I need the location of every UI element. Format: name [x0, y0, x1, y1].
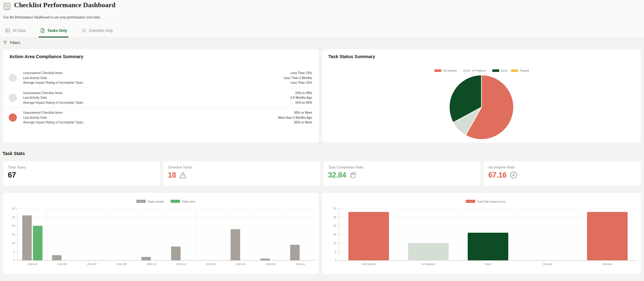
- tasks-created-done-bar-chart: 0510152025302024-032024-052024-072024-08…: [3, 193, 319, 274]
- svg-text:15: 15: [334, 233, 337, 236]
- svg-text:25: 25: [12, 216, 15, 219]
- svg-text:2024-06: 2024-06: [266, 263, 275, 266]
- filters-button[interactable]: Filters: [3, 40, 20, 45]
- metric-value: Less Than 3 Months: [284, 76, 312, 81]
- compliance-row-medium[interactable]: Unanswered Checklist Items 15% to 49% La…: [3, 88, 319, 108]
- tab-label: All Data: [12, 28, 26, 33]
- svg-text:Overdue: Overdue: [602, 263, 612, 266]
- svg-text:20: 20: [334, 224, 337, 227]
- svg-text:Done: Done: [501, 69, 508, 72]
- bullet-list-icon: [81, 28, 87, 33]
- stat-value: 67: [8, 171, 16, 179]
- task-stats-heading: Task Stats: [2, 151, 25, 156]
- svg-text:2024-10: 2024-10: [147, 263, 156, 266]
- task-status-summary-card: Task Status Summary Not StartedIn Progre…: [322, 49, 641, 143]
- svg-text:Tasks created: Tasks created: [148, 200, 164, 203]
- svg-text:2024-12: 2024-12: [176, 263, 186, 266]
- metric-label: Average Impact Rating of Incomplete Task…: [23, 80, 83, 85]
- tab-checklist-only[interactable]: Checklist Only: [80, 25, 114, 38]
- page-title: Checklist Performance Dashboard: [14, 1, 115, 9]
- stat-label: Total Tasks: [8, 165, 26, 169]
- svg-text:Done: Done: [485, 263, 491, 266]
- svg-text:0: 0: [335, 259, 336, 262]
- svg-text:10: 10: [12, 242, 15, 245]
- svg-text:2024-03: 2024-03: [27, 263, 37, 266]
- task-impact-score-bar-chart: 051015202530Not StartedIn ProgressDonePa…: [322, 193, 641, 274]
- svg-text:2024-04: 2024-04: [236, 263, 246, 266]
- svg-text:In Progress: In Progress: [422, 263, 435, 266]
- table-icon: [5, 28, 10, 33]
- metric-label: Average Impact Rating of Incomplete Task…: [23, 100, 83, 105]
- svg-text:15: 15: [12, 233, 15, 236]
- document-icon: [40, 28, 45, 33]
- checklist-icon: [3, 2, 11, 11]
- x-circle-icon: [510, 171, 518, 179]
- compliance-row-low[interactable]: Unanswered Checklist Items Less Than 15%…: [3, 68, 319, 88]
- metric-label: Unanswered Checklist Items: [23, 71, 63, 76]
- stat-card-incomplete-rate: Incomplete Rate 67.16: [484, 161, 641, 186]
- stat-label: Task Completion Rate: [328, 165, 363, 169]
- svg-text:20: 20: [12, 224, 15, 227]
- metric-value: More than 6 Months Ago: [278, 115, 312, 120]
- metric-value: 15% to 49%: [295, 91, 312, 96]
- stat-card-total-tasks: Total Tasks 67: [3, 161, 160, 186]
- metric-label: Last Activity Date: [23, 115, 47, 120]
- tasks-by-month-chart-card: 0510152025302024-032024-052024-072024-08…: [3, 193, 319, 274]
- svg-text:2024-05: 2024-05: [57, 263, 67, 266]
- svg-text:2025-01: 2025-01: [206, 263, 216, 266]
- svg-text:30: 30: [12, 207, 15, 210]
- metric-label: Last Activity Date: [23, 95, 47, 100]
- svg-text:0: 0: [13, 259, 15, 262]
- card-title: Action Area Compliance Summary: [9, 54, 83, 59]
- stat-card-completion-rate: Task Completion Rate 32.84: [323, 161, 481, 186]
- compliance-row-high[interactable]: Unanswered Checklist Items 50% or More L…: [3, 108, 319, 128]
- metric-value: Less Than 15%: [290, 80, 312, 85]
- metric-value: Less Than 15%: [290, 71, 312, 76]
- compliance-summary-card: Action Area Compliance Summary Unanswere…: [3, 49, 319, 143]
- metric-value: 50% or More: [294, 120, 312, 125]
- metric-value: 15% to 49%: [295, 100, 312, 105]
- svg-text:Tasks done: Tasks done: [182, 200, 195, 203]
- page-subtitle: Use the Performance Dashboard to see you…: [3, 15, 101, 19]
- impact-by-status-chart-card: 051015202530Not StartedIn ProgressDonePa…: [322, 193, 641, 274]
- filters-label: Filters: [10, 41, 20, 45]
- tab-all-data[interactable]: All Data: [4, 25, 27, 38]
- tab-label: Tasks Only: [47, 28, 67, 33]
- hand-wave-icon: [349, 171, 357, 179]
- header-section: Checklist Performance Dashboard Use the …: [0, 0, 644, 38]
- svg-text:5: 5: [335, 250, 336, 253]
- funnel-icon: [3, 40, 7, 45]
- svg-text:30: 30: [334, 207, 337, 210]
- metric-label: Unanswered Checklist Items: [23, 91, 63, 96]
- metric-label: Unanswered Checklist Items: [23, 110, 63, 115]
- svg-text:25: 25: [334, 216, 337, 219]
- svg-text:Not Started: Not Started: [443, 69, 456, 72]
- svg-text:2024-08: 2024-08: [117, 263, 126, 266]
- stat-label: Incomplete Rate: [489, 165, 515, 169]
- warning-icon: [179, 171, 187, 179]
- tab-tasks-only[interactable]: Tasks Only: [39, 25, 68, 38]
- metric-label: Last Activity Date: [23, 76, 47, 81]
- stat-label: Overdue Tasks: [168, 165, 192, 169]
- dashboard-page: Checklist Performance Dashboard Use the …: [0, 0, 644, 281]
- svg-text:10: 10: [334, 242, 337, 245]
- metric-label: Average Impact Rating of Incomplete Task…: [23, 120, 83, 125]
- svg-text:2024-11: 2024-11: [295, 263, 305, 266]
- svg-text:Total Task Impact Score: Total Task Impact Score: [477, 200, 505, 203]
- svg-text:Not Started: Not Started: [362, 263, 375, 266]
- stat-value: 67.16: [488, 171, 507, 179]
- status-dot: [9, 74, 17, 82]
- svg-text:2024-07: 2024-07: [87, 263, 97, 266]
- status-dot: [9, 113, 17, 122]
- svg-text:Paused: Paused: [543, 263, 552, 266]
- svg-text:In Progress: In Progress: [472, 69, 485, 72]
- stat-value: 32.84: [328, 171, 346, 179]
- stat-card-overdue-tasks: Overdue Tasks 18: [163, 161, 320, 186]
- status-dot: [9, 94, 17, 102]
- tab-label: Checklist Only: [89, 28, 113, 33]
- svg-text:Paused: Paused: [520, 69, 529, 72]
- stat-value: 18: [168, 171, 176, 179]
- compliance-rows: Unanswered Checklist Items Less Than 15%…: [3, 68, 319, 128]
- metric-value: 50% or More: [294, 110, 312, 115]
- metric-value: 3-6 Months Ago: [290, 95, 312, 100]
